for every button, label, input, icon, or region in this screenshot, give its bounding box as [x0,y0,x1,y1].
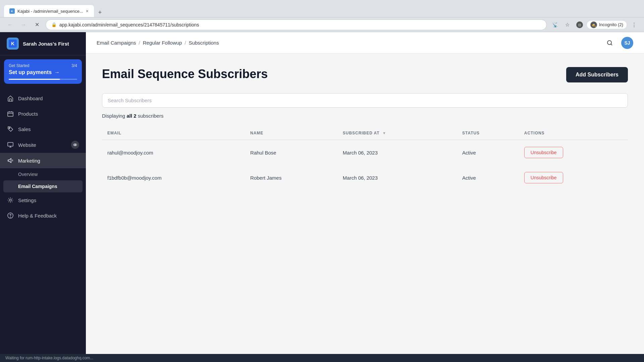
url-text: app.kajabi.com/admin/email_sequences/214… [59,22,199,27]
svg-point-16 [607,41,611,45]
col-email: EMAIL [102,127,245,140]
cell-status-2: Active [457,165,519,190]
main-content: Email Campaigns / Regular Followup / Sub… [86,32,644,354]
sidebar-item-label-website: Website [18,142,67,148]
sidebar-item-label-marketing: Marketing [18,158,79,164]
back-button[interactable]: ← [5,20,15,29]
sidebar-item-products[interactable]: Products [0,106,86,121]
unsubscribe-button-2[interactable]: Unsubscribe [524,172,563,183]
cell-action-1: Unsubscribe [519,140,628,165]
svg-point-13 [9,199,11,201]
sidebar-item-dashboard[interactable]: Dashboard [0,90,86,106]
incognito-badge[interactable]: 🕵 Incognito (2) [587,21,627,29]
box-icon [7,110,14,117]
cell-name-1: Rahul Bose [245,140,337,165]
sidebar-item-website[interactable]: Website [0,137,86,153]
svg-text:🕵: 🕵 [591,22,596,27]
col-subscribed-at[interactable]: SUBSCRIBED AT ▼ [337,127,457,140]
cell-subscribed-at-2: March 06, 2023 [337,165,457,190]
sidebar-sub-item-email-campaigns[interactable]: Email Campaigns [3,180,83,192]
sidebar-item-marketing[interactable]: Marketing [0,153,86,168]
status-text: Waiting for rum-http-intake.logs.datadog… [5,356,93,360]
search-input[interactable] [102,93,628,108]
incognito-icon: 🕵 [590,21,597,28]
close-tab-button[interactable]: × [86,8,89,14]
displaying-text: Displaying all 2 subscribers [102,113,628,119]
tag-icon [7,125,14,133]
sidebar-sub-item-label-email-campaigns: Email Campaigns [18,184,57,189]
svg-text:K: K [11,41,14,46]
breadcrumb-regular-followup[interactable]: Regular Followup [143,40,182,46]
sidebar-brand: Sarah Jonas's First [23,41,69,47]
gear-icon [7,196,14,204]
get-started-banner[interactable]: Get Started 3/4 Set up payments → [4,59,82,84]
profile-manager-icon[interactable]: ⊡ [575,20,584,29]
user-avatar[interactable]: SJ [621,37,633,49]
get-started-progress-bar [9,79,77,80]
page-header: Email Sequence Subscribers Add Subscribe… [102,67,628,82]
cast-icon[interactable]: 📡 [551,20,560,29]
header-actions: SJ [604,37,633,49]
sidebar-nav: Dashboard Products Sales [0,88,86,354]
table-row: f1bdfb0b@moodjoy.com Robert James March … [102,165,628,190]
new-tab-button[interactable]: + [95,8,105,17]
address-bar[interactable]: 🔒 app.kajabi.com/admin/email_sequences/2… [46,19,547,30]
sidebar-header: K Sarah Jonas's First [0,32,86,55]
svg-rect-8 [8,112,13,116]
search-container [102,93,628,108]
sort-icon: ▼ [382,131,386,135]
breadcrumb: Email Campaigns / Regular Followup / Sub… [97,40,219,46]
get-started-count: 3/4 [71,63,77,68]
app-layout: K Sarah Jonas's First Get Started 3/4 Se… [0,32,644,354]
get-started-label: Get Started [9,63,29,68]
breadcrumb-email-campaigns[interactable]: Email Campaigns [97,40,136,46]
breadcrumb-sep-2: / [184,40,186,46]
browser-toolbar: ← → ✕ 🔒 app.kajabi.com/admin/email_seque… [0,17,644,32]
sidebar-sub-item-label-overview: Overview [18,172,38,177]
cell-email-1: rahul@moodjoy.com [102,140,245,165]
house-icon [7,95,14,102]
megaphone-icon [7,157,14,164]
svg-text:K: K [11,10,13,13]
cell-name-2: Robert James [245,165,337,190]
sidebar-item-label-help: Help & Feedback [18,213,79,219]
subscribers-table: EMAIL NAME SUBSCRIBED AT ▼ STATUS ACTION… [102,127,628,190]
forward-button[interactable]: → [19,20,28,29]
sidebar-item-sales[interactable]: Sales [0,121,86,137]
sidebar-item-help[interactable]: Help & Feedback [0,208,86,223]
bookmark-icon[interactable]: ☆ [563,20,572,29]
get-started-title-text: Set up payments [9,69,52,75]
breadcrumb-subscriptions: Subscriptions [189,40,219,46]
get-started-arrow: → [54,69,60,75]
status-bar: Waiting for rum-http-intake.logs.datadog… [0,354,644,362]
active-tab[interactable]: K Kajabi - /admin/email_sequence... × [4,5,94,17]
incognito-label: Incognito (2) [599,22,623,27]
cell-action-2: Unsubscribe [519,165,628,190]
sidebar-item-settings[interactable]: Settings [0,192,86,208]
sidebar-item-label-dashboard: Dashboard [18,96,79,101]
search-icon-button[interactable] [604,37,616,49]
get-started-top: Get Started 3/4 [9,63,77,68]
sidebar-sub-item-overview[interactable]: Overview [0,168,86,180]
sidebar-item-label-sales: Sales [18,126,79,132]
reload-button[interactable]: ✕ [32,20,42,29]
question-icon [7,212,14,219]
page-content: Email Sequence Subscribers Add Subscribe… [86,54,644,354]
unsubscribe-button-1[interactable]: Unsubscribe [524,147,563,158]
page-title: Email Sequence Subscribers [102,67,268,81]
cell-subscribed-at-1: March 06, 2023 [337,140,457,165]
displaying-prefix: Displaying [102,113,126,119]
table-row: rahul@moodjoy.com Rahul Bose March 06, 2… [102,140,628,165]
col-status: STATUS [457,127,519,140]
add-subscribers-button[interactable]: Add Subscribers [566,67,628,82]
cell-email-2: f1bdfb0b@moodjoy.com [102,165,245,190]
svg-text:⊡: ⊡ [578,23,581,27]
monitor-icon [7,141,14,148]
get-started-title: Set up payments → [9,69,77,75]
svg-point-9 [9,128,10,129]
table-header: EMAIL NAME SUBSCRIBED AT ▼ STATUS ACTION… [102,127,628,140]
sidebar: K Sarah Jonas's First Get Started 3/4 Se… [0,32,86,354]
svg-point-12 [75,144,76,145]
browser-tabs: K Kajabi - /admin/email_sequence... × + [4,0,105,17]
menu-button[interactable]: ⋮ [629,20,639,29]
